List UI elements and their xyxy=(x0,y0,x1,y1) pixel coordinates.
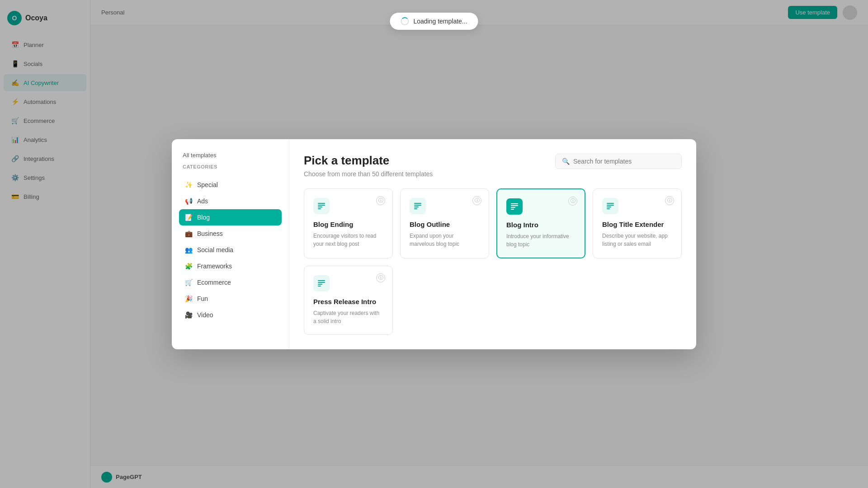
fun-icon: 🎉 xyxy=(184,295,193,303)
svg-rect-17 xyxy=(318,282,325,283)
category-frameworks[interactable]: 🧩 Frameworks xyxy=(179,258,282,274)
template-title-blog-ending: Blog Ending xyxy=(313,221,383,228)
modal-overlay[interactable]: All templates Categories ✨ Special 📢 Ads… xyxy=(0,0,868,488)
svg-rect-0 xyxy=(318,203,325,204)
categories-label: Categories xyxy=(179,164,282,169)
category-social-media[interactable]: 👥 Social media xyxy=(179,242,282,258)
modal-sidebar: All templates Categories ✨ Special 📢 Ads… xyxy=(172,139,289,349)
template-desc-blog-ending: Encourage visitors to read your next blo… xyxy=(313,232,383,248)
template-desc-blog-outline: Expand upon your marvelous blog topic xyxy=(410,232,480,248)
svg-rect-9 xyxy=(511,205,518,206)
svg-rect-2 xyxy=(318,206,322,207)
svg-rect-13 xyxy=(607,205,614,206)
svg-rect-15 xyxy=(607,208,610,209)
template-info-btn-blog-title-extender[interactable]: ⓘ xyxy=(665,196,674,205)
template-card-press-release-intro[interactable]: ⓘ Press Release Intro Captivate your rea… xyxy=(304,266,393,335)
ecommerce-cat-icon: 🛒 xyxy=(184,278,193,286)
template-icon-blog-title-extender xyxy=(602,198,618,214)
category-business[interactable]: 💼 Business xyxy=(179,225,282,242)
template-title-blog-title-extender: Blog Title Extender xyxy=(602,221,672,228)
loading-toast: Loading template... xyxy=(390,13,478,30)
category-social-media-label: Social media xyxy=(197,246,233,253)
loading-spinner xyxy=(401,17,409,25)
template-desc-blog-intro: Introduce your informative blog topic xyxy=(506,232,576,249)
svg-rect-16 xyxy=(318,280,325,281)
svg-rect-19 xyxy=(318,286,321,286)
template-grid: ⓘ Blog Ending Encourage visitors to read… xyxy=(304,188,682,335)
all-templates-label: All templates xyxy=(179,152,282,159)
template-info-btn-press-release-intro[interactable]: ⓘ xyxy=(376,273,385,282)
category-fun-label: Fun xyxy=(197,295,208,302)
svg-rect-11 xyxy=(511,209,514,210)
search-input[interactable] xyxy=(573,158,675,165)
svg-rect-18 xyxy=(318,284,322,285)
ads-icon: 📢 xyxy=(184,197,193,205)
template-card-blog-ending[interactable]: ⓘ Blog Ending Encourage visitors to read… xyxy=(304,188,393,258)
template-desc-press-release-intro: Captivate your readers with a solid intr… xyxy=(313,309,383,325)
category-frameworks-label: Frameworks xyxy=(197,263,232,270)
category-video-label: Video xyxy=(197,311,213,319)
category-ecommerce-label: Ecommerce xyxy=(197,279,231,286)
template-icon-blog-ending xyxy=(313,198,330,214)
video-icon: 🎥 xyxy=(184,311,193,319)
template-card-blog-outline[interactable]: ⓘ Blog Outline Expand upon your marvelou… xyxy=(400,188,489,258)
category-ecommerce[interactable]: 🛒 Ecommerce xyxy=(179,274,282,291)
modal-content: Pick a template Choose from more than 50… xyxy=(289,139,696,349)
search-bar[interactable]: 🔍 xyxy=(555,154,682,169)
template-desc-blog-title-extender: Describe your website, app listing or sa… xyxy=(602,232,672,248)
svg-rect-14 xyxy=(607,206,611,207)
svg-rect-12 xyxy=(607,203,614,204)
category-ads[interactable]: 📢 Ads xyxy=(179,193,282,209)
svg-rect-6 xyxy=(414,206,419,207)
search-icon: 🔍 xyxy=(562,158,570,165)
template-title-blog-outline: Blog Outline xyxy=(410,221,480,228)
svg-rect-5 xyxy=(414,205,421,206)
business-icon: 💼 xyxy=(184,230,193,238)
category-special[interactable]: ✨ Special xyxy=(179,177,282,193)
category-business-label: Business xyxy=(197,230,223,237)
svg-rect-10 xyxy=(511,207,515,208)
template-icon-press-release-intro xyxy=(313,275,330,291)
special-icon: ✨ xyxy=(184,181,193,189)
category-fun[interactable]: 🎉 Fun xyxy=(179,291,282,307)
template-info-btn-blog-intro[interactable]: ⓘ xyxy=(568,197,577,206)
template-title-blog-intro: Blog Intro xyxy=(506,221,576,229)
template-icon-blog-intro xyxy=(506,198,523,215)
svg-rect-7 xyxy=(414,208,417,209)
loading-text: Loading template... xyxy=(413,18,467,25)
svg-rect-1 xyxy=(318,205,325,206)
category-video[interactable]: 🎥 Video xyxy=(179,307,282,323)
category-blog-label: Blog xyxy=(197,214,210,221)
template-title-press-release-intro: Press Release Intro xyxy=(313,298,383,305)
template-icon-blog-outline xyxy=(410,198,426,214)
template-card-blog-intro[interactable]: ⓘ Blog Intro Introduce your informative … xyxy=(496,188,585,258)
category-ads-label: Ads xyxy=(197,197,208,205)
blog-icon: 📝 xyxy=(184,213,193,221)
svg-rect-4 xyxy=(414,203,421,204)
modal-subtitle: Choose from more than 50 different templ… xyxy=(304,170,682,178)
category-special-label: Special xyxy=(197,181,218,188)
category-blog[interactable]: 📝 Blog xyxy=(179,209,282,225)
template-info-btn-blog-ending[interactable]: ⓘ xyxy=(376,196,385,205)
template-card-blog-title-extender[interactable]: ⓘ Blog Title Extender Describe your webs… xyxy=(593,188,682,258)
svg-rect-8 xyxy=(511,203,518,204)
template-picker-modal: All templates Categories ✨ Special 📢 Ads… xyxy=(172,139,696,349)
frameworks-icon: 🧩 xyxy=(184,262,193,270)
template-info-btn-blog-outline[interactable]: ⓘ xyxy=(472,196,481,205)
svg-rect-3 xyxy=(318,208,321,209)
social-media-icon: 👥 xyxy=(184,246,193,254)
